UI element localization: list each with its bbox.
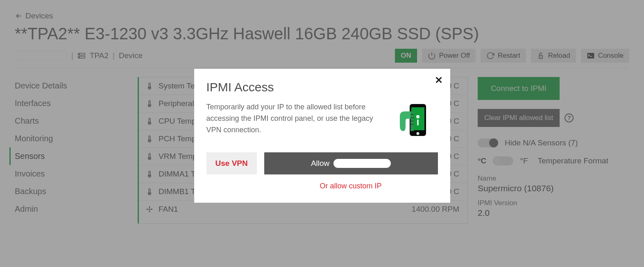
svg-point-17 bbox=[416, 115, 420, 118]
ipmi-phone-icon bbox=[391, 102, 428, 138]
use-vpn-label: Use VPN bbox=[215, 159, 248, 167]
modal-close-button[interactable]: ✕ bbox=[435, 75, 443, 86]
allow-custom-ip-link[interactable]: Or allow custom IP bbox=[206, 182, 438, 190]
modal-title: IPMI Access bbox=[206, 80, 438, 94]
modal-description: Temporarily add your IP to the allowed l… bbox=[206, 102, 383, 136]
allow-custom-ip-label: Or allow custom IP bbox=[320, 182, 381, 190]
modal-overlay: ✕ IPMI Access Temporarily add your IP to… bbox=[0, 0, 644, 267]
svg-rect-22 bbox=[410, 124, 414, 125]
svg-rect-21 bbox=[410, 120, 414, 122]
svg-point-16 bbox=[416, 132, 419, 135]
redacted-ip bbox=[333, 159, 391, 168]
allow-ip-button[interactable]: Allow bbox=[264, 152, 438, 174]
svg-rect-19 bbox=[410, 114, 414, 115]
ipmi-access-modal: ✕ IPMI Access Temporarily add your IP to… bbox=[194, 69, 450, 203]
svg-rect-18 bbox=[417, 120, 418, 125]
svg-rect-20 bbox=[410, 117, 414, 118]
use-vpn-button[interactable]: Use VPN bbox=[206, 152, 257, 174]
allow-ip-label: Allow bbox=[311, 159, 329, 168]
close-icon: ✕ bbox=[435, 75, 443, 86]
